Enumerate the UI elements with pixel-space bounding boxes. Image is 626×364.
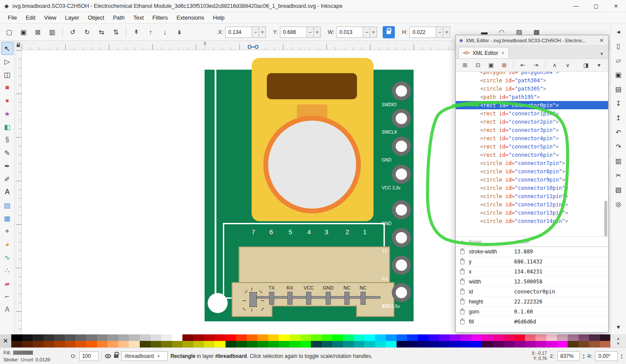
- new-text-node-icon[interactable]: ⊡: [472, 60, 484, 71]
- palette-scroll-up-icon[interactable]: ▴: [617, 336, 619, 340]
- color-swatch[interactable]: [375, 341, 386, 347]
- spiral-tool-icon[interactable]: §: [1, 133, 13, 146]
- calligraphy-tool-icon[interactable]: ✐: [1, 172, 13, 185]
- attribute-row-x[interactable]: x134.04231: [456, 267, 608, 277]
- xml-node-path305[interactable]: <circle id="path305">: [456, 84, 608, 93]
- add-attribute-button[interactable]: +: [456, 238, 469, 245]
- zoom-spinner[interactable]: ▴▾: [583, 353, 585, 359]
- xml-node-polygon304[interactable]: <polygon id="polygon304">: [456, 72, 608, 76]
- color-swatch[interactable]: [289, 334, 300, 341]
- rotate-cw-icon[interactable]: ↻: [81, 26, 94, 39]
- connector-pin[interactable]: [344, 292, 350, 305]
- color-swatch[interactable]: [557, 334, 568, 341]
- connector-tool-icon[interactable]: ⌐: [1, 290, 13, 303]
- tree-scrollbar[interactable]: [604, 72, 608, 236]
- y-input[interactable]: [280, 27, 307, 38]
- layer-selector[interactable]: #breadboard ▾: [121, 351, 168, 361]
- selection-handle-icon[interactable]: ↔: [250, 307, 256, 313]
- color-swatch[interactable]: [118, 341, 129, 347]
- xml-node-connector13pin[interactable]: <circle id="connector13pin">: [456, 209, 608, 217]
- color-swatch[interactable]: [514, 334, 525, 341]
- color-swatch[interactable]: [386, 334, 397, 341]
- color-swatch[interactable]: [568, 341, 579, 347]
- rotate-ccw-icon[interactable]: ↺: [66, 26, 79, 39]
- color-swatch[interactable]: [418, 341, 429, 347]
- xml-node-connector7pin[interactable]: <circle id="connector7pin">: [456, 159, 608, 167]
- color-swatch[interactable]: [75, 334, 86, 341]
- attribute-value[interactable]: 12.500058: [514, 279, 608, 285]
- color-swatch[interactable]: [386, 341, 397, 347]
- raise-to-top-icon[interactable]: ↟: [130, 26, 143, 39]
- eraser-tool-icon[interactable]: ▰: [1, 277, 13, 290]
- color-swatch[interactable]: [322, 334, 333, 341]
- height-increment-button[interactable]: +: [443, 27, 450, 38]
- xml-node-connector4pin[interactable]: <rect id="connector4pin">: [456, 134, 608, 142]
- flip-vertical-icon[interactable]: ⇅: [109, 26, 122, 39]
- window-titlebar[interactable]: ◆ svg.breadboard.SC03-C2H5OH - Electroch…: [0, 0, 626, 12]
- breadboard-pin[interactable]: [392, 283, 411, 302]
- color-swatch[interactable]: [354, 334, 365, 341]
- color-swatch[interactable]: [204, 341, 215, 347]
- stroke-width-value[interactable]: 0.0139: [36, 357, 50, 362]
- close-button[interactable]: ✕: [606, 0, 626, 12]
- unindent-node-icon[interactable]: ⇤: [517, 60, 528, 71]
- minimize-button[interactable]: —: [566, 0, 586, 12]
- box3d-tool-icon[interactable]: ◧: [1, 120, 13, 133]
- color-swatch[interactable]: [161, 334, 172, 341]
- opacity-input[interactable]: [79, 351, 98, 361]
- save-icon[interactable]: ▣: [613, 69, 624, 81]
- cut-icon[interactable]: ✂: [613, 170, 624, 181]
- indent-node-icon[interactable]: ⇥: [530, 60, 542, 71]
- shape-builder-tool-icon[interactable]: ◫: [1, 68, 13, 81]
- attribute-value[interactable]: #6d6d6d: [514, 319, 608, 325]
- color-swatch[interactable]: [600, 334, 611, 341]
- xml-node-connector2pin[interactable]: <rect id="connector2pin">: [456, 118, 608, 126]
- color-swatch[interactable]: [44, 334, 54, 341]
- open-file-icon[interactable]: ▱: [613, 55, 624, 66]
- color-swatch[interactable]: [11, 341, 22, 347]
- color-swatch[interactable]: [579, 334, 589, 341]
- maximize-button[interactable]: ▢: [586, 0, 606, 12]
- color-swatch[interactable]: [546, 341, 557, 347]
- connector-pin[interactable]: [306, 292, 311, 305]
- breadboard-pin[interactable]: [392, 137, 411, 156]
- color-swatch[interactable]: [247, 341, 258, 347]
- delete-attribute-icon[interactable]: [460, 290, 464, 294]
- dropper-tool-icon[interactable]: ⌖: [1, 225, 13, 238]
- deselect-icon[interactable]: ⊠: [31, 26, 44, 39]
- color-swatch[interactable]: [108, 341, 118, 347]
- color-swatch[interactable]: [482, 334, 493, 341]
- mounting-hole[interactable]: [208, 293, 228, 313]
- guide-marker-icon[interactable]: [248, 45, 259, 49]
- color-swatch[interactable]: [11, 334, 22, 341]
- lock-ratio-button[interactable]: [383, 26, 395, 38]
- xml-node-connector3pin[interactable]: <rect id="connector3pin">: [456, 126, 608, 134]
- attribute-value[interactable]: 686.11432: [514, 259, 608, 265]
- color-swatch[interactable]: [300, 341, 311, 347]
- xml-node-connector12pin[interactable]: <circle id="connector12pin">: [456, 200, 608, 209]
- color-swatch[interactable]: [557, 341, 568, 347]
- more-commands-icon[interactable]: ▾: [613, 321, 624, 333]
- color-swatch[interactable]: [429, 341, 440, 347]
- width-input[interactable]: [336, 27, 363, 38]
- panel-layout-icon[interactable]: ◨: [580, 60, 592, 71]
- ruler-corner[interactable]: [15, 41, 22, 50]
- color-swatch[interactable]: [514, 341, 525, 347]
- menu-path[interactable]: Path: [108, 13, 129, 22]
- color-swatch[interactable]: [579, 341, 589, 347]
- breadboard-pin[interactable]: [392, 109, 411, 128]
- color-swatch[interactable]: [375, 334, 386, 341]
- raise-icon[interactable]: ↑: [144, 26, 157, 39]
- color-swatch[interactable]: [140, 334, 151, 341]
- width-decrement-button[interactable]: −: [363, 27, 370, 38]
- color-swatch[interactable]: [407, 334, 418, 341]
- connector-pin[interactable]: [269, 292, 274, 305]
- color-swatch[interactable]: [343, 334, 354, 341]
- color-swatch[interactable]: [589, 334, 600, 341]
- color-swatch[interactable]: [97, 341, 108, 347]
- attribute-value[interactable]: 134.04231: [514, 269, 608, 275]
- color-swatch[interactable]: [182, 334, 193, 341]
- color-swatch[interactable]: [525, 341, 536, 347]
- tab-close-icon[interactable]: ×: [501, 50, 504, 56]
- tab-xml-editor[interactable]: </> XML Editor ×: [458, 47, 509, 58]
